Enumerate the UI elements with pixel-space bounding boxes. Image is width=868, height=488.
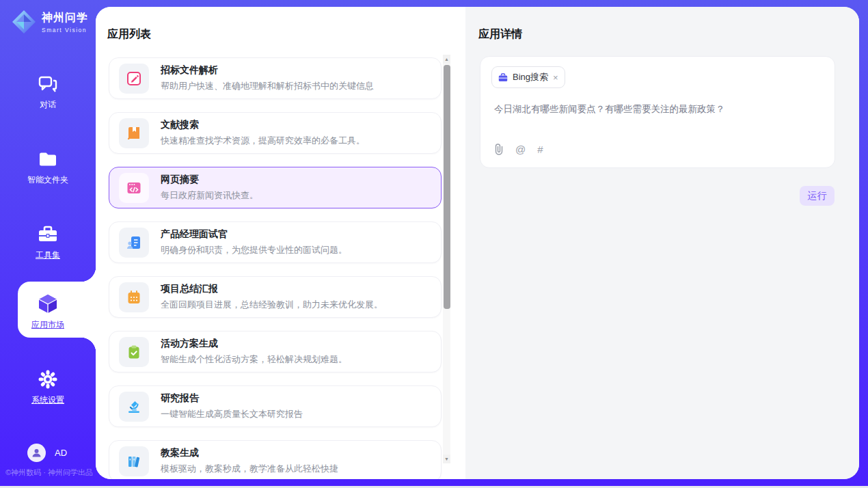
toolbox-icon [37, 224, 59, 245]
app-card-pm-interviewer[interactable]: 产品经理面试官 明确身份和职责，为您提供专业性的面试问题。 [109, 221, 442, 263]
sidebar-item-toolset[interactable]: 工具集 [0, 224, 96, 261]
brand-subtitle: Smart Vision [42, 27, 88, 33]
app-card-literature-search[interactable]: 文献搜索 快速精准查找学术资源，提高研究效率的必备工具。 [109, 112, 442, 154]
app-icon-box [119, 228, 149, 258]
sidebar-item-label: 应用市场 [31, 319, 64, 331]
app-icon-box [119, 173, 149, 203]
app-desc: 一键智能生成高质量长文本研究报告 [161, 408, 303, 420]
sidebar-item-chat[interactable]: 对话 [0, 74, 96, 111]
sidebar: 神州问学 Smart Vision 对话 智能文件夹 工具集 [0, 0, 96, 486]
app-card-lesson-plan[interactable]: 教案生成 模板驱动，教案秒成，教学准备从此轻松快捷 [109, 440, 442, 479]
app-icon-box [119, 282, 149, 312]
person-icon [31, 448, 42, 458]
sidebar-item-label: 系统设置 [31, 394, 64, 406]
app-card-web-summary[interactable]: 网页摘要 每日政府新闻资讯快查。 [109, 167, 442, 208]
briefcase-icon [498, 73, 508, 82]
user-name: AD [55, 448, 67, 458]
sidebar-item-label: 对话 [40, 99, 56, 111]
content-frame: 应用列表 招标文件解析 帮助用户快速、准确地理解和解析招标书中的关键信息 [96, 7, 859, 479]
tool-chip-label: Bing搜索 [513, 71, 548, 83]
diamond-gem-icon [11, 9, 37, 35]
app-desc: 智能生成个性化活动方案，轻松解决规划难题。 [161, 353, 347, 366]
app-desc: 全面回顾项目进展，总结经验教训，助力未来优化发展。 [161, 299, 383, 311]
book-icon [126, 125, 142, 141]
copyright-text: ©神州数码 · 神州问学出品 [5, 467, 96, 478]
app-name: 活动方案生成 [161, 338, 347, 350]
scroll-up-arrow[interactable]: ▲ [443, 55, 450, 64]
app-icon-box [119, 337, 149, 367]
pen-square-icon [126, 70, 142, 87]
hash-icon[interactable]: # [537, 144, 543, 155]
app-desc: 模板驱动，教案秒成，教学准备从此轻松快捷 [161, 463, 338, 475]
app-card-list: 招标文件解析 帮助用户快速、准确地理解和解析招标书中的关键信息 文献搜索 快速精… [109, 57, 442, 479]
app-name: 项目总结汇报 [161, 283, 383, 295]
app-list-panel: 应用列表 招标文件解析 帮助用户快速、准确地理解和解析招标书中的关键信息 [96, 7, 465, 479]
resume-icon [126, 234, 142, 251]
tool-chip-bing-search[interactable]: Bing搜索 × [491, 66, 565, 88]
app-icon-box [119, 446, 149, 476]
app-list-scrollbar[interactable]: ▲ ▼ [443, 55, 450, 463]
avatar [27, 444, 46, 462]
app-card-event-plan[interactable]: 活动方案生成 智能生成个性化活动方案，轻松解决规划难题。 [109, 331, 442, 372]
sidebar-item-app-market[interactable]: 应用市场 [0, 293, 96, 331]
app-list-title: 应用列表 [107, 27, 151, 42]
app-desc: 快速精准查找学术资源，提高研究效率的必备工具。 [161, 135, 365, 147]
app-name: 文献搜索 [161, 119, 365, 131]
books-icon [126, 453, 142, 470]
sidebar-item-settings[interactable]: 系统设置 [0, 369, 96, 406]
microscope-icon [126, 398, 142, 415]
app-desc: 帮助用户快速、准确地理解和解析招标书中的关键信息 [161, 80, 374, 92]
brand-name: 神州问学 [42, 11, 88, 25]
cube-icon [37, 293, 59, 314]
app-card-research-report[interactable]: 研究报告 一键智能生成高质量长文本研究报告 [109, 385, 442, 427]
attachment-toolbar: @ # [494, 144, 543, 155]
close-icon[interactable]: × [553, 73, 558, 82]
app-desc: 每日政府新闻资讯快查。 [161, 189, 258, 202]
app-name: 研究报告 [161, 392, 303, 405]
app-icon-box [119, 118, 149, 148]
clipboard-check-icon [126, 344, 142, 360]
browser-code-icon [126, 180, 142, 196]
app-card-project-summary[interactable]: 项目总结汇报 全面回顾项目进展，总结经验教训，助力未来优化发展。 [109, 276, 442, 318]
paperclip-icon[interactable] [494, 144, 504, 155]
app-name: 网页摘要 [161, 174, 258, 186]
sidebar-item-label: 智能文件夹 [27, 174, 68, 186]
app-card-bid-document-parsing[interactable]: 招标文件解析 帮助用户快速、准确地理解和解析招标书中的关键信息 [109, 57, 442, 99]
app-name: 教案生成 [161, 447, 338, 459]
question-text[interactable]: 今日湖北有哪些新闻要点？有哪些需要关注的最新政策？ [494, 103, 822, 116]
sidebar-item-smart-folders[interactable]: 智能文件夹 [0, 149, 96, 186]
folder-icon [38, 149, 58, 170]
run-button[interactable]: 运行 [800, 186, 835, 206]
prompt-card[interactable]: Bing搜索 × 今日湖北有哪些新闻要点？有哪些需要关注的最新政策？ @ # [480, 56, 835, 168]
chat-icon [38, 74, 58, 94]
app-icon-box [119, 392, 149, 422]
app-logo: 神州问学 Smart Vision [11, 9, 88, 35]
app-detail-title: 应用详情 [478, 27, 522, 42]
user-account[interactable]: AD [27, 444, 67, 462]
app-detail-panel: 应用详情 Bing搜索 × 今日湖北有哪些新闻要点？有哪些需要关注的最新政策？ … [465, 7, 859, 479]
scrollbar-thumb[interactable] [444, 65, 450, 309]
app-name: 招标文件解析 [161, 64, 374, 77]
at-icon[interactable]: @ [515, 144, 526, 155]
calendar-icon [126, 289, 142, 306]
app-desc: 明确身份和职责，为您提供专业性的面试问题。 [161, 244, 347, 256]
app-name: 产品经理面试官 [161, 228, 347, 241]
gear-icon [38, 369, 58, 390]
sidebar-item-label: 工具集 [36, 249, 60, 261]
scroll-down-arrow[interactable]: ▼ [443, 455, 450, 463]
app-icon-box [119, 64, 149, 94]
